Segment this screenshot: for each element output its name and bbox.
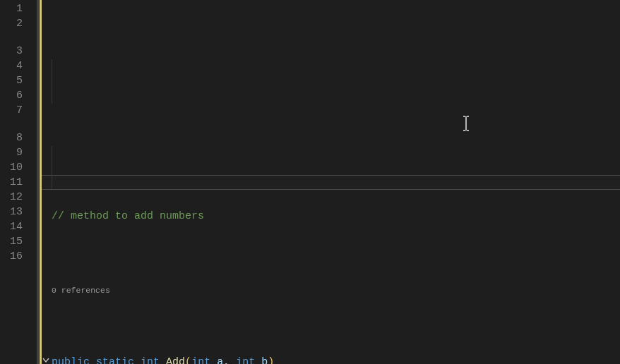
- line-number: 11: [0, 175, 35, 190]
- code-line[interactable]: [52, 135, 620, 150]
- line-number: 14: [0, 219, 35, 234]
- line-number: 15: [0, 234, 35, 249]
- line-number: 9: [0, 145, 35, 160]
- param-a: a: [217, 356, 223, 364]
- param-b: b: [261, 356, 268, 364]
- gutter-spacer: [0, 118, 35, 131]
- line-number: 12: [0, 190, 35, 205]
- comma: ,: [223, 356, 229, 364]
- line-number: 6: [0, 88, 35, 103]
- code-line[interactable]: public static int Add(int a, int b): [52, 355, 620, 364]
- line-number-gutter: 1 2 3 4 5 6 7 8 9 10 11 12 13 14 15 16: [0, 0, 35, 364]
- line-number: 3: [0, 44, 35, 59]
- type-int: int: [236, 356, 255, 364]
- comment-text: // method to add numbers: [52, 210, 204, 222]
- line-number: 2: [0, 16, 35, 31]
- gutter-divider: [37, 0, 39, 364]
- code-editor[interactable]: 1 2 3 4 5 6 7 8 9 10 11 12 13 14 15 16 /…: [0, 0, 620, 364]
- codelens-references[interactable]: 0 references: [52, 283, 620, 296]
- paren-open: (: [185, 356, 191, 364]
- line-number: 1: [0, 1, 35, 16]
- keyword-public: public: [52, 356, 90, 364]
- type-int: int: [141, 356, 160, 364]
- line-number: 16: [0, 249, 35, 264]
- code-line[interactable]: // method to add numbers: [52, 209, 620, 224]
- function-name: Add: [166, 356, 185, 364]
- indent-guide: [52, 146, 52, 190]
- indent-guide: [52, 59, 52, 104]
- line-number: 8: [0, 131, 35, 145]
- line-number: 4: [0, 59, 35, 73]
- diff-indicator: [40, 0, 42, 364]
- line-number: 5: [0, 73, 35, 88]
- type-int: int: [191, 356, 210, 364]
- paren-close: ): [268, 356, 274, 364]
- line-number: 7: [0, 103, 35, 118]
- current-line-highlight: [42, 175, 620, 190]
- line-number: 10: [0, 160, 35, 175]
- gutter-spacer: [0, 31, 35, 44]
- line-number: 13: [0, 205, 35, 219]
- code-content[interactable]: // method to add numbers 0 references pu…: [42, 0, 620, 364]
- fold-collapse-icon[interactable]: [42, 357, 49, 364]
- keyword-static: static: [96, 356, 134, 364]
